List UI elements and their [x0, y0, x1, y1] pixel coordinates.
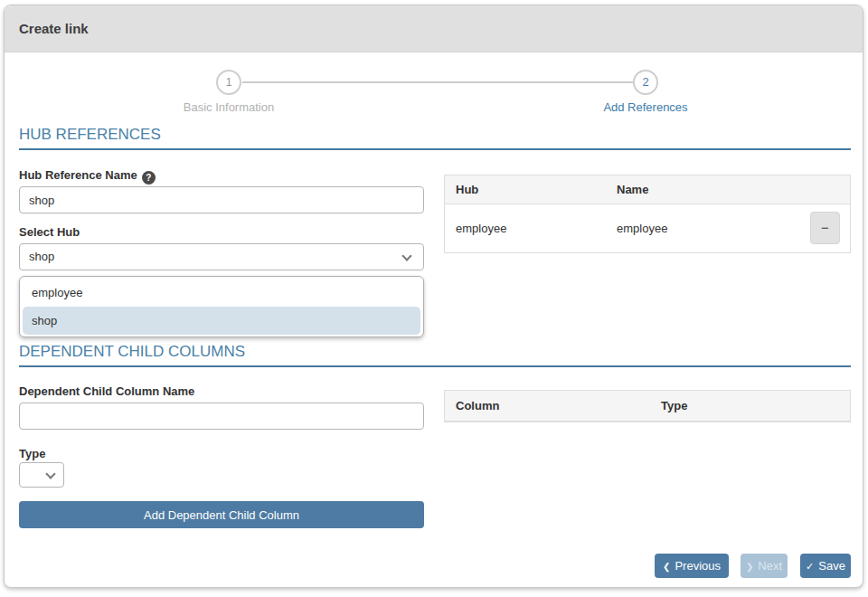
type-select[interactable] [19, 462, 64, 488]
column-header-name: Name [606, 175, 659, 204]
help-icon[interactable]: ? [142, 171, 156, 185]
cell-name: employee [606, 204, 678, 252]
cell-hub: employee [445, 204, 606, 252]
select-hub-options-list: employee shop [19, 276, 424, 337]
dialog-title: Create link [19, 5, 89, 52]
hub-reference-name-input[interactable] [19, 186, 424, 213]
type-label: Type [19, 447, 45, 460]
save-button-label: Save [818, 559, 845, 573]
column-header-hub: Hub [445, 175, 606, 204]
checkmark-icon: ✓ [806, 561, 814, 572]
dependent-child-column-name-label: Dependent Child Column Name [19, 384, 194, 398]
step-1-circle[interactable]: 1 [216, 70, 241, 95]
dropdown-option-employee[interactable]: employee [20, 279, 423, 307]
previous-button-label: Previous [675, 559, 721, 573]
column-header-column: Column [445, 391, 650, 421]
next-button-label: Next [758, 559, 782, 573]
chevron-right-icon: ❯ [746, 562, 753, 572]
dropdown-option-shop[interactable]: shop [23, 307, 420, 335]
select-hub-label: Select Hub [19, 225, 80, 239]
step-1-label: Basic Information [129, 100, 328, 114]
create-link-dialog: Create link 1 2 Basic Information Add Re… [4, 5, 863, 588]
dependent-child-columns-heading: DEPENDENT CHILD COLUMNS [19, 342, 851, 367]
column-header-type: Type [650, 391, 698, 421]
dependent-columns-table-header: Column Type [445, 391, 850, 422]
previous-button[interactable]: ❮Previous [655, 554, 729, 578]
hub-references-heading: HUB REFERENCES [19, 125, 851, 150]
select-hub-dropdown[interactable]: shop [19, 243, 424, 270]
remove-reference-button[interactable]: − [810, 212, 840, 244]
dependent-child-columns-table: Column Type [444, 390, 851, 422]
dependent-child-column-name-input[interactable] [19, 403, 424, 430]
save-button[interactable]: ✓Save [800, 554, 851, 578]
minus-icon: − [821, 220, 829, 235]
stepper-connector [242, 81, 633, 83]
step-2-circle[interactable]: 2 [633, 70, 658, 95]
dialog-header: Create link [5, 5, 863, 52]
hub-reference-name-label: Hub Reference Name? [19, 168, 156, 185]
next-button[interactable]: ❯Next [741, 554, 788, 578]
chevron-down-icon [45, 469, 55, 479]
hub-references-table: Hub Name employee employee − [444, 175, 851, 253]
chevron-left-icon: ❮ [663, 562, 670, 572]
table-row: employee employee − [445, 204, 850, 252]
add-dependent-child-column-button[interactable]: Add Dependent Child Column [19, 501, 424, 528]
hub-references-table-header: Hub Name [445, 175, 850, 204]
chevron-down-icon [401, 251, 411, 261]
step-2-label: Add References [546, 100, 745, 114]
select-hub-value: shop [29, 244, 54, 270]
